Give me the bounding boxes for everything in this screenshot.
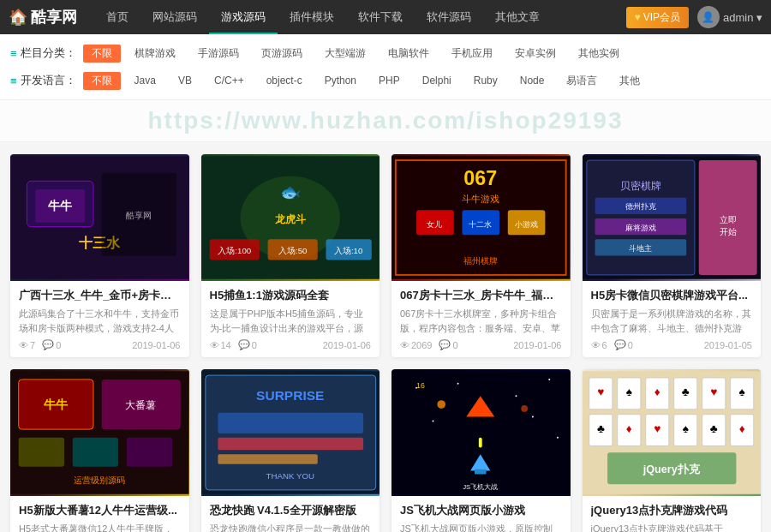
svg-point-60: [548, 379, 550, 380]
card-7-desc: JS飞机大战网页版小游戏，原版控制飞机游戏主攻主攻，飞机大战是一款射击类游戏，游…: [400, 522, 562, 532]
svg-text:女儿: 女儿: [427, 220, 442, 229]
card-3-date: 2019-01-06: [513, 340, 561, 350]
card-8[interactable]: ♥ ♠ ♦ ♣ ♥ ♠ ♣ ♦ ♥: [583, 369, 762, 532]
lang-tag-easy[interactable]: 易语言: [558, 72, 606, 90]
comment-icon: 💬: [42, 339, 54, 350]
lang-tag-cpp[interactable]: C/C++: [206, 73, 253, 88]
svg-text:入场:10: 入场:10: [333, 246, 362, 255]
svg-text:大番薯: 大番薯: [125, 399, 156, 410]
category-tag-mobile[interactable]: 手游源码: [189, 45, 248, 63]
svg-text:SURPRISE: SURPRISE: [256, 388, 324, 403]
card-4[interactable]: 贝密棋牌 德州扑克 麻将游戏 斗地主 立即 开始 H5房卡微信贝密棋牌游戏平台.…: [583, 154, 762, 357]
category-tag-pc-software[interactable]: 电脑软件: [380, 45, 438, 63]
card-8-desc: jQuery13点扑克牌游戏代码基于jquery.1.11.3.min.js制作…: [591, 522, 753, 532]
card-1-desc: 此源码集合了十三水和牛牛，支持金币场和房卡版两种模式，游戏支持2-4人玩法，局数…: [19, 307, 181, 334]
svg-text:♦: ♦: [654, 386, 660, 398]
eye-icon: 👁: [19, 340, 28, 350]
svg-text:贝密棋牌: 贝密棋牌: [619, 180, 660, 191]
svg-rect-52: [218, 413, 363, 433]
language-filter-row: ≡ 开发语言： 不限 Java VB C/C++ object-c Python…: [10, 69, 761, 93]
card-4-views: 👁 6: [591, 340, 607, 350]
lang-tag-node[interactable]: Node: [511, 73, 553, 88]
nav-other[interactable]: 其他文章: [483, 0, 552, 34]
nav-website-source[interactable]: 网站源码: [140, 0, 209, 34]
nav-game-source[interactable]: 游戏源码: [209, 0, 278, 34]
category-tag-chess[interactable]: 棋牌游戏: [126, 45, 184, 63]
card-3[interactable]: 067 斗牛游戏 女儿 十二水 小游戏 福州棋牌 067房卡十三水_房卡牛牛_福…: [391, 154, 571, 357]
lang-tag-other[interactable]: 其他: [611, 72, 648, 90]
nav-software-download[interactable]: 软件下载: [346, 0, 415, 34]
avatar: 👤: [697, 6, 720, 28]
card-2-title: H5捕鱼1:1游戏源码全套: [210, 288, 372, 303]
card-2-comments: 💬 0: [238, 339, 257, 350]
card-4-desc: 贝密属于是一系列棋牌游戏的名称，其中包含了麻将、斗地主、德州扑克游戏、UI设计以…: [591, 307, 753, 334]
vip-button[interactable]: ♥ VIP会员: [626, 7, 689, 28]
card-8-body: jQuery13点扑克牌游戏代码 jQuery13点扑克牌游戏代码基于jquer…: [583, 496, 762, 532]
card-6[interactable]: SURPRISE THANK YOU 恐龙快跑 V4.1.5全开源解密版 恐龙快…: [201, 369, 380, 532]
lang-tag-python[interactable]: Python: [316, 73, 365, 88]
card-3-meta: 👁 2069 💬 0 2019-01-06: [400, 339, 562, 350]
lang-tag-objc[interactable]: object-c: [258, 73, 311, 88]
category-tag-mobile-app[interactable]: 手机应用: [443, 45, 501, 63]
svg-rect-29: [586, 160, 694, 275]
card-2-body: H5捕鱼1:1游戏源码全套 这是属于PHP版本H5捕鱼源码，专业为-比一捕鱼设计…: [201, 281, 380, 357]
svg-rect-53: [218, 438, 363, 451]
card-6-body: 恐龙快跑 V4.1.5全开源解密版 恐龙快跑微信小程序是一款一教做做的小程序，让…: [201, 496, 380, 532]
card-4-date: 2019-01-05: [704, 340, 752, 350]
card-4-comments: 💬 0: [614, 339, 633, 350]
lang-tag-ruby[interactable]: Ruby: [465, 73, 506, 88]
card-5-thumb: 牛牛 大番薯 运营级别源码: [10, 369, 189, 496]
nav-plugins[interactable]: 插件模块: [278, 0, 346, 34]
svg-text:牛牛: 牛牛: [44, 398, 69, 411]
nav-menu: 首页 网站源码 游戏源码 插件模块 软件下载 软件源码 其他文章: [94, 0, 626, 34]
card-3-desc: 067房卡十三水棋牌室，多种房卡组合版，程序内容包含：服务端、安卓、苹果客户端、…: [400, 307, 562, 334]
lang-tag-vb[interactable]: VB: [170, 73, 200, 88]
category-tag-other[interactable]: 其他实例: [570, 45, 628, 63]
svg-point-58: [457, 383, 459, 385]
card-1-thumb: 牛牛 十三水 酷享网: [10, 154, 189, 281]
comment-icon-3: 💬: [439, 339, 451, 350]
lang-tag-delphi[interactable]: Delphi: [414, 73, 460, 88]
svg-text:THANK YOU: THANK YOU: [266, 471, 314, 481]
nav-home[interactable]: 首页: [94, 0, 140, 34]
category-tag-android[interactable]: 安卓实例: [506, 45, 565, 63]
content-area: 牛牛 十三水 酷享网 广西十三水_牛牛_金币+房卡双... 此源码集合了十三水和…: [0, 142, 771, 532]
category-tag-all[interactable]: 不限: [83, 45, 121, 63]
card-3-comments: 💬 0: [439, 339, 457, 350]
nav-software-source[interactable]: 软件源码: [415, 0, 483, 34]
admin-menu[interactable]: 👤 admin ▾: [697, 6, 762, 28]
card-2-thumb: 🐟 龙虎斗 入场:100 入场:50 入场:10: [201, 154, 380, 281]
card-2-views: 👁 14: [210, 340, 231, 350]
eye-icon-2: 👁: [210, 340, 219, 350]
card-2[interactable]: 🐟 龙虎斗 入场:100 入场:50 入场:10 H5捕鱼1:1游戏源码全套 这…: [201, 154, 380, 357]
category-tag-large[interactable]: 大型端游: [316, 45, 374, 63]
comment-icon-4: 💬: [614, 339, 626, 350]
card-5-title: H5新版大番薯12人牛牛运营级...: [19, 503, 181, 518]
card-1[interactable]: 牛牛 十三水 酷享网 广西十三水_牛牛_金币+房卡双... 此源码集合了十三水和…: [10, 154, 189, 357]
card-7-thumb: 16 JS飞机大战: [391, 369, 571, 496]
eye-icon-3: 👁: [400, 340, 409, 350]
card-1-body: 广西十三水_牛牛_金币+房卡双... 此源码集合了十三水和牛牛，支持金币场和房卡…: [10, 281, 189, 357]
lang-tag-java[interactable]: Java: [126, 73, 164, 88]
card-4-body: H5房卡微信贝密棋牌游戏平台... 贝密属于是一系列棋牌游戏的名称，其中包含了麻…: [583, 281, 762, 357]
card-2-date: 2019-01-06: [323, 340, 371, 350]
card-6-desc: 恐龙快跑微信小程序是一款一教做做的小程序，让你获得流量+金钱的双重收益，游创金币…: [210, 522, 372, 532]
card-4-title: H5房卡微信贝密棋牌游戏平台...: [591, 288, 753, 303]
watermark: https://www.huzhan.com/ishop29193: [0, 100, 771, 142]
lang-tag-php[interactable]: PHP: [370, 73, 409, 88]
logo[interactable]: 🏠 酷享网: [9, 7, 77, 27]
card-5[interactable]: 牛牛 大番薯 运营级别源码 H5新版大番薯12人牛牛运营级... H5老式大番薯…: [10, 369, 189, 532]
card-7[interactable]: 16 JS飞机大战 JS飞机大战网页版小游戏 JS飞机大战网页版小游戏，原版控制…: [391, 369, 571, 532]
card-2-desc: 这是属于PHP版本H5捕鱼源码，专业为-比一捕鱼设计出来的游戏平台，源码完整无误…: [210, 307, 372, 334]
card-1-comments: 💬 0: [42, 339, 61, 350]
lang-tag-all[interactable]: 不限: [83, 72, 121, 90]
comment-icon-2: 💬: [238, 339, 250, 350]
card-8-title: jQuery13点扑克牌游戏代码: [591, 503, 753, 518]
card-3-body: 067房卡十三水_房卡牛牛_福州... 067房卡十三水棋牌室，多种房卡组合版，…: [391, 281, 571, 357]
category-tag-web[interactable]: 页游源码: [253, 45, 311, 63]
svg-rect-67: [479, 438, 482, 448]
svg-rect-46: [73, 438, 118, 467]
svg-point-69: [437, 400, 445, 409]
svg-text:♣: ♣: [596, 422, 604, 435]
svg-text:♥: ♥: [654, 422, 660, 435]
